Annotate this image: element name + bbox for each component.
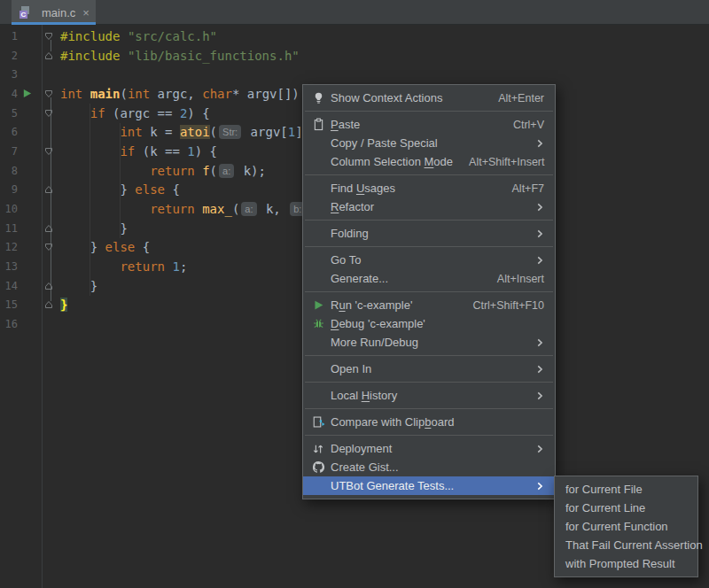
menu-icon-slot — [311, 155, 325, 169]
menu-item-copy-paste-special[interactable]: Copy / Paste Special — [303, 134, 555, 152]
code-token: } — [60, 221, 128, 236]
code-token: * argv[]) — [232, 87, 307, 101]
code-text[interactable]: return f(a: k); — [60, 164, 266, 178]
fold-down-icon[interactable] — [36, 243, 60, 251]
fold-up-icon[interactable] — [36, 185, 60, 194]
code-text[interactable]: int k = atoi(Str: argv[1]); — [60, 125, 317, 139]
code-text[interactable]: if (k == 1) { — [60, 144, 217, 159]
menu-item-label: for Current Line — [565, 501, 645, 514]
menu-item-column-selection-mode[interactable]: Column Selection ModeAlt+Shift+Insert — [303, 152, 555, 171]
line-number: 2 — [0, 50, 18, 62]
menu-item-deployment[interactable]: Deployment — [303, 439, 555, 458]
menu-item-label: Column Selection Mode — [331, 155, 453, 168]
fold-down-icon[interactable] — [36, 147, 60, 156]
code-token — [60, 259, 120, 274]
code-token — [82, 87, 90, 101]
line-number: 8 — [0, 165, 18, 177]
menu-item-label: Refactor — [331, 200, 374, 213]
menu-item-refactor[interactable]: Refactor — [303, 197, 555, 216]
submenu-arrow-icon — [536, 203, 544, 212]
code-text[interactable]: } else { — [60, 240, 150, 254]
code-token: 1 — [172, 259, 179, 274]
inlay-hint: a: — [241, 202, 256, 216]
line-number: 12 — [0, 241, 18, 253]
menu-item-label: for Current Function — [565, 520, 668, 533]
code-token: atoi — [180, 125, 210, 139]
submenu-item-for-current-function[interactable]: for Current Function — [555, 517, 697, 536]
menu-icon-slot — [311, 182, 325, 196]
tab-main-c[interactable]: C main.c × — [12, 0, 96, 25]
code-text[interactable]: if (argc == 2) { — [60, 106, 210, 120]
code-text[interactable]: return 1; — [60, 259, 187, 274]
menu-item-label: Find Usages — [331, 182, 395, 195]
menu-separator — [305, 246, 553, 247]
submenu-item-for-current-file[interactable]: for Current File — [555, 480, 697, 499]
code-token: k, — [259, 202, 289, 216]
code-token — [120, 29, 127, 43]
menu-separator — [305, 382, 553, 383]
submenu-item-for-current-line[interactable]: for Current Line — [555, 499, 697, 517]
utbot-generate-tests-submenu: for Current Filefor Current Linefor Curr… — [554, 476, 698, 577]
menu-item-create-gist[interactable]: Create Gist... — [303, 458, 555, 476]
submenu-item-with-prompted-result[interactable]: with Prompted Result — [555, 554, 697, 573]
code-text[interactable]: #include "src/calc.h" — [60, 29, 217, 43]
menu-item-utbot-generate-tests[interactable]: UTBot Generate Tests... — [303, 476, 555, 495]
menu-icon-slot — [311, 200, 325, 214]
fold-up-icon[interactable] — [36, 300, 60, 309]
menu-item-folding[interactable]: Folding — [303, 224, 555, 243]
code-text[interactable]: int main(int argc, char* argv[]) { — [60, 87, 315, 101]
menu-item-label: Go To — [331, 253, 361, 267]
menu-item-label: UTBot Generate Tests... — [331, 479, 454, 492]
menu-item-label: More Run/Debug — [331, 336, 418, 349]
menu-item-show-context-actions[interactable]: Show Context ActionsAlt+Enter — [303, 89, 555, 107]
menu-item-more-run-debug[interactable]: More Run/Debug — [303, 333, 555, 352]
inlay-hint: a: — [219, 164, 234, 178]
fold-up-icon[interactable] — [36, 51, 60, 60]
code-text[interactable]: } — [60, 298, 67, 312]
menu-item-label: Run 'c-example' — [331, 298, 412, 312]
fold-down-icon[interactable] — [36, 89, 60, 98]
fold-up-icon[interactable] — [36, 224, 60, 233]
code-text[interactable]: #include "lib/basic_functions.h" — [60, 49, 300, 63]
svg-text:C: C — [21, 11, 27, 19]
code-token: 1 — [187, 144, 194, 159]
fold-down-icon[interactable] — [36, 109, 60, 118]
line-number: 10 — [0, 203, 18, 215]
menu-item-debug-c-example[interactable]: Debug 'c-example' — [303, 314, 555, 333]
menu-item-compare-with-clipboard[interactable]: Compare with Clipboard — [303, 413, 555, 431]
code-token: (argc == — [105, 106, 180, 120]
menu-item-label: Debug 'c-example' — [331, 317, 425, 330]
code-token: f — [202, 164, 209, 178]
submenu-item-that-fail-current-assertion[interactable]: That Fail Current Assertion — [555, 536, 697, 554]
fold-up-icon[interactable] — [36, 282, 60, 290]
code-token — [195, 202, 202, 216]
code-token: (k == — [135, 144, 187, 159]
code-text[interactable]: } — [60, 221, 128, 236]
tab-close-icon[interactable]: × — [82, 7, 90, 19]
menu-item-shortcut: Alt+Insert — [497, 273, 544, 285]
code-text[interactable]: } — [60, 279, 97, 293]
menu-item-go-to[interactable]: Go To — [303, 251, 555, 269]
code-token: main — [90, 87, 121, 101]
code-token: } — [60, 298, 67, 312]
menu-item-find-usages[interactable]: Find UsagesAlt+F7 — [303, 179, 555, 197]
code-text[interactable]: return max_(a: k, b: 2); — [60, 202, 337, 216]
run-line-icon[interactable] — [18, 89, 36, 98]
code-text[interactable]: } else { — [60, 182, 180, 197]
code-token: max_ — [202, 202, 232, 216]
code-token: ) { — [187, 106, 209, 120]
fold-down-icon[interactable] — [36, 32, 60, 41]
menu-item-generate[interactable]: Generate...Alt+Insert — [303, 269, 555, 288]
menu-item-paste[interactable]: PasteCtrl+V — [303, 115, 555, 134]
line-number: 11 — [0, 222, 18, 235]
menu-item-open-in[interactable]: Open In — [303, 360, 555, 378]
code-token: ) { — [195, 144, 217, 159]
inlay-hint: Str: — [219, 125, 241, 139]
menu-item-run-c-example[interactable]: Run 'c-example'Ctrl+Shift+F10 — [303, 296, 555, 314]
menu-separator — [305, 220, 553, 220]
line-number: 13 — [0, 260, 18, 273]
tab-title: main.c — [42, 6, 75, 19]
code-token: { — [165, 182, 180, 197]
menu-item-local-history[interactable]: Local History — [303, 386, 555, 405]
menu-item-label: Compare with Clipboard — [331, 415, 454, 429]
